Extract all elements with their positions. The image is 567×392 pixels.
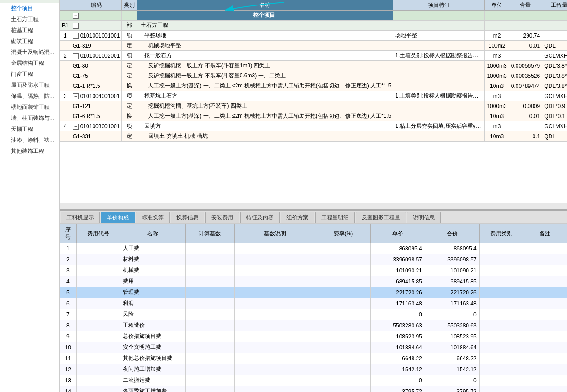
cell-calcbase <box>185 309 234 320</box>
sidebar-item-7[interactable]: 屋面及防水工程 <box>0 80 59 91</box>
th-formula[interactable]: 工程量表达式 <box>542 0 567 11</box>
sidebar-item-5[interactable]: 金属结构工程 <box>0 58 59 69</box>
table-row[interactable]: 1−0101001001001项平整场地场地平整m2290.74 <box>60 31 567 41</box>
bottom-table-row[interactable]: 8工程造价5503280.635503280.63 <box>60 320 567 331</box>
tab-btn-6[interactable]: 组价方案 <box>281 212 314 223</box>
bth-name: 名称 <box>120 224 185 243</box>
table-row[interactable]: G1-319定机械场地平整100m20.01QDL <box>60 41 567 51</box>
collapse-button[interactable]: − <box>73 23 79 29</box>
collapse-button[interactable]: − <box>73 93 79 99</box>
table-row[interactable]: 3−0101004001001项挖基坑土石方1.土壤类别:投标人根据勘察报告及现… <box>60 91 567 101</box>
cell-remark <box>523 265 567 276</box>
bottom-table-row[interactable]: 6利润171163.48171163.48 <box>60 298 567 309</box>
table-row[interactable]: G1-1 R*1.5换人工挖一般土方(基深) 一、二类土 ≤2m 机械挖土方中需… <box>60 81 567 91</box>
collapse-button[interactable]: − <box>73 33 79 39</box>
bottom-table-row[interactable]: 11其他总价措施项目费6648.226648.22 <box>60 353 567 364</box>
bottom-table-row[interactable]: 3机械费101090.21101090.21 <box>60 265 567 276</box>
bottom-table-row[interactable]: 4费用689415.85689415.85 <box>60 276 567 287</box>
cell-basedesc <box>234 386 316 392</box>
sidebar-item-1[interactable]: 土石方工程 <box>0 14 59 25</box>
tab-btn-5[interactable]: 特征及内容 <box>240 212 280 223</box>
cell-formula: QDL/3.8*0.3 <box>542 81 567 91</box>
cell-total: 101884.64 <box>425 342 479 353</box>
table-row[interactable]: G1-75定反铲挖掘机挖一般土方 不装车(斗容量0.6m3) 一、二类土1000… <box>60 71 567 81</box>
cell-feetype <box>479 353 523 364</box>
sidebar-item-13[interactable]: 其他装饰工程 <box>0 146 59 157</box>
cell-code <box>76 265 120 276</box>
th-name[interactable]: 名称 <box>137 0 393 11</box>
table-row[interactable]: 4−0101003001001项回填方1.粘土分层夯实回填,压实后容重γ≥16k… <box>60 121 567 131</box>
bottom-table-row[interactable]: 5管理费221720.26221720.26 <box>60 287 567 298</box>
cell-rate <box>316 243 370 254</box>
tab-btn-2[interactable]: 标准换算 <box>136 212 170 223</box>
cell-qty: 0.00789474 <box>509 81 542 91</box>
sidebar-header[interactable] <box>0 0 59 3</box>
cell-total: 221720.26 <box>425 287 479 298</box>
cell-price: 101090.21 <box>370 265 425 276</box>
scroll-bar-h[interactable] <box>60 203 567 209</box>
tab-btn-0[interactable]: 工料机显示 <box>61 212 100 223</box>
table-row[interactable]: −整个项目 <box>60 11 567 21</box>
bottom-table-row[interactable]: 1人工费868095.4868095.4 <box>60 243 567 254</box>
th-qty[interactable]: 含量 <box>509 0 542 11</box>
th-code[interactable]: 编码 <box>71 0 122 11</box>
sidebar-item-9[interactable]: 楼地面装饰工程 <box>0 102 59 113</box>
bottom-table-row[interactable]: 2材料费3396098.573396098.57 <box>60 254 567 265</box>
sidebar-item-label-2: 桩基工程 <box>11 27 33 34</box>
cell-rate <box>316 276 370 287</box>
table-row[interactable]: G1-6 R*1.5换人工挖一般土方(基深) 一、二类土 ≤2m 机械挖土方中需… <box>60 111 567 121</box>
table-row[interactable]: G1-331定回填土 夯填土 机械 槽坑10m30.1QDL <box>60 131 567 142</box>
bottom-table-row[interactable]: 12夜间施工增加费1542.121542.12 <box>60 364 567 375</box>
tab-btn-4[interactable]: 安装费用 <box>205 212 239 223</box>
table-row[interactable]: 2−0101001002001项挖一般石方1.土壤类别:投标人根据勘察报告及现场… <box>60 51 567 61</box>
sidebar-item-6[interactable]: 门窗工程 <box>0 69 59 80</box>
tab-btn-1[interactable]: 单价构成 <box>101 212 135 223</box>
cell-type: 定 <box>122 131 137 142</box>
cell-feetype <box>479 364 523 375</box>
cell-formula: QDL <box>542 41 567 51</box>
tab-btn-8[interactable]: 反查图形工程量 <box>356 212 406 223</box>
sidebar-item-2[interactable]: 桩基工程 <box>0 25 59 36</box>
code-text: 0101001002001 <box>80 53 120 59</box>
bth-code: 费用代号 <box>76 224 120 243</box>
bottom-table-row[interactable]: 7风险00 <box>60 309 567 320</box>
sidebar-item-10[interactable]: 墙、柱面装饰与... <box>0 113 59 124</box>
cell-name: 机械场地平整 <box>137 41 393 51</box>
sidebar-item-12[interactable]: 油漆、涂料、裱... <box>0 135 59 146</box>
cell-char <box>393 81 485 91</box>
main-table-wrapper[interactable]: 编码 类别 名称 项目特征 单位 含量 工程量表达式 −整个项目B1−部土石方工… <box>60 0 567 203</box>
sidebar-item-11[interactable]: 天棚工程 <box>0 124 59 135</box>
tab-btn-7[interactable]: 工程量明细 <box>315 212 355 223</box>
cell-seq: 2 <box>60 254 77 265</box>
cell-rate <box>316 375 370 386</box>
cell-qty: 0.01 <box>509 111 542 121</box>
table-row[interactable]: G1-121定挖掘机挖沟槽、基坑土方(不装车) 四类土1000m30.0009Q… <box>60 101 567 111</box>
sidebar-item-0[interactable]: 整个项目 <box>0 3 59 14</box>
sidebar-item-icon-5 <box>4 61 9 66</box>
cell-price: 3795.72 <box>370 386 425 392</box>
sidebar-item-4[interactable]: 混凝土及钢筋混... <box>0 47 59 58</box>
collapse-button[interactable]: − <box>73 124 79 130</box>
table-row[interactable]: G1-80定反铲挖掘机挖一般土方 不装车(斗容量1m3) 四类土1000m30.… <box>60 61 567 71</box>
th-unit[interactable]: 单位 <box>485 0 509 11</box>
collapse-button[interactable]: − <box>73 53 79 59</box>
cell-qty: 0.0009 <box>509 101 542 111</box>
th-type[interactable]: 类别 <box>122 0 137 11</box>
collapse-button[interactable]: − <box>73 13 79 19</box>
cell-qty <box>509 11 542 21</box>
bottom-table-row[interactable]: 10安全文明施工费101884.64101884.64 <box>60 342 567 353</box>
tab-btn-3[interactable]: 换算信息 <box>171 212 204 223</box>
bottom-table-wrapper[interactable]: 序号 费用代号 名称 计算基数 基数说明 费率(%) 单价 合价 费用类别 备注 <box>60 224 567 392</box>
cell-remark <box>523 243 567 254</box>
sidebar-item-8[interactable]: 保温、隔热、防... <box>0 91 59 102</box>
th-char[interactable]: 项目特征 <box>393 0 485 11</box>
cell-num: 1 <box>60 31 71 41</box>
tab-btn-9[interactable]: 说明信息 <box>407 212 441 223</box>
sidebar-item-3[interactable]: 砌筑工程 <box>0 36 59 47</box>
bottom-table-row[interactable]: 14冬雨季施工增加费3795.723795.72 <box>60 386 567 392</box>
cell-code: G1-80 <box>71 61 122 71</box>
table-row[interactable]: B1−部土石方工程 <box>60 21 567 31</box>
bottom-table-row[interactable]: 13二次搬运费00 <box>60 375 567 386</box>
cell-num <box>60 71 71 81</box>
bottom-table-row[interactable]: 9总价措施项目费108523.95108523.95 <box>60 331 567 342</box>
